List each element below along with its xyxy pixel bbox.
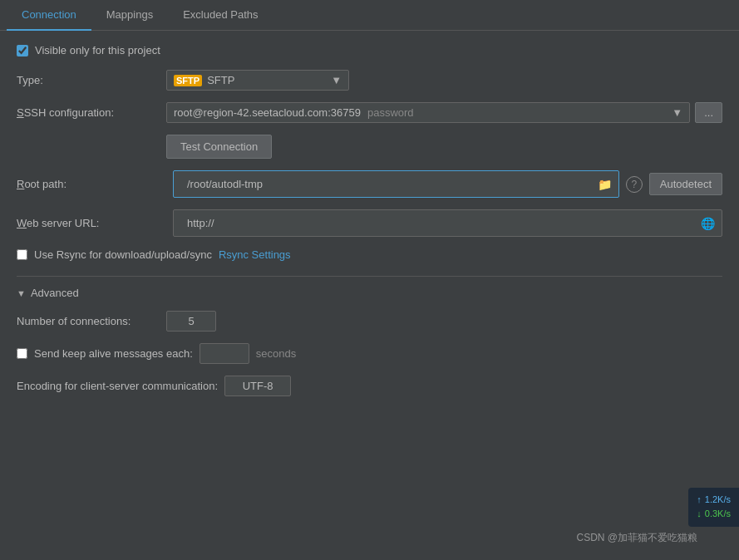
encoding-value: UTF-8 — [224, 376, 291, 396]
ssh-password-hint: password — [367, 106, 414, 119]
encoding-label: Encoding for client-server communication… — [17, 380, 218, 392]
advanced-label: Advanced — [31, 287, 79, 299]
visible-only-checkbox[interactable] — [17, 45, 28, 56]
rsync-checkbox[interactable] — [17, 249, 27, 260]
ssh-more-button[interactable]: ... — [695, 102, 722, 123]
root-path-input[interactable] — [180, 174, 598, 194]
web-server-label: Web server URL: — [17, 217, 166, 229]
rsync-settings-link[interactable]: Rsync Settings — [219, 248, 291, 261]
visible-only-label: Visible only for this project — [35, 44, 160, 56]
folder-icon[interactable]: 📁 — [598, 178, 612, 191]
download-speed: 0.3K/s — [705, 507, 731, 522]
ssh-value: root@region-42.seetacloud.com:36759 — [174, 106, 361, 119]
upload-speed-row: ↑ 1.2K/s — [697, 493, 731, 508]
tab-connection[interactable]: Connection — [7, 0, 91, 31]
root-path-input-wrapper: 📁 — [173, 170, 619, 198]
download-speed-row: ↓ 0.3K/s — [697, 507, 731, 522]
advanced-collapse-icon: ▼ — [17, 288, 26, 298]
tab-mappings[interactable]: Mappings — [91, 0, 168, 31]
connections-label: Number of connections: — [17, 315, 166, 327]
type-value: SFTP — [207, 74, 234, 86]
rsync-row: Use Rsync for download/upload/sync Rsync… — [17, 248, 722, 261]
seconds-label: seconds — [256, 347, 296, 360]
test-connection-button[interactable]: Test Connection — [166, 135, 272, 159]
tab-bar: Connection Mappings Excluded Paths — [0, 0, 739, 31]
advanced-section-header[interactable]: ▼ Advanced — [17, 287, 722, 299]
keepalive-label: Send keep alive messages each: — [34, 347, 193, 360]
keepalive-input[interactable] — [200, 343, 249, 364]
ssh-row: SSSH configuration: root@region-42.seeta… — [17, 102, 722, 123]
encoding-row: Encoding for client-server communication… — [17, 376, 722, 396]
visible-only-row: Visible only for this project — [17, 44, 722, 56]
ssh-dropdown-arrow: ▼ — [672, 106, 682, 119]
root-path-label: Root path: — [17, 178, 166, 190]
type-row: Type: SFTP SFTP ▼ — [17, 70, 722, 91]
ssh-label: SSSH configuration: — [17, 106, 166, 119]
divider — [17, 276, 722, 277]
web-url-input-wrapper: 🌐 — [173, 209, 722, 237]
connections-input[interactable] — [166, 311, 216, 332]
autodetect-button[interactable]: Autodetect — [649, 173, 722, 195]
root-path-row: Root path: 📁 ? Autodetect — [17, 170, 722, 198]
help-icon[interactable]: ? — [626, 176, 643, 193]
content-area: Visible only for this project Type: SFTP… — [0, 31, 739, 560]
upload-speed: 1.2K/s — [705, 493, 731, 508]
web-url-input[interactable] — [180, 214, 701, 233]
upload-arrow-icon: ↑ — [697, 493, 702, 508]
type-dropdown[interactable]: SFTP SFTP ▼ — [166, 70, 349, 91]
tab-excluded-paths[interactable]: Excluded Paths — [168, 0, 273, 31]
connections-row: Number of connections: — [17, 311, 722, 332]
rsync-label: Use Rsync for download/upload/sync — [34, 248, 212, 261]
keepalive-row: Send keep alive messages each: seconds — [17, 343, 722, 364]
speed-widget: ↑ 1.2K/s ↓ 0.3K/s — [688, 488, 739, 527]
ssh-input-wrapper: root@region-42.seetacloud.com:36759 pass… — [166, 102, 690, 123]
download-arrow-icon: ↓ — [697, 507, 702, 522]
type-dropdown-arrow: ▼ — [331, 74, 342, 86]
keepalive-checkbox[interactable] — [17, 348, 27, 359]
main-dialog: Connection Mappings Excluded Paths Visib… — [0, 0, 739, 560]
web-server-row: Web server URL: 🌐 — [17, 209, 722, 237]
sftp-icon: SFTP — [174, 75, 202, 86]
ssh-config-row: root@region-42.seetacloud.com:36759 pass… — [166, 102, 722, 123]
type-label: Type: — [17, 74, 166, 86]
globe-icon[interactable]: 🌐 — [701, 217, 715, 230]
